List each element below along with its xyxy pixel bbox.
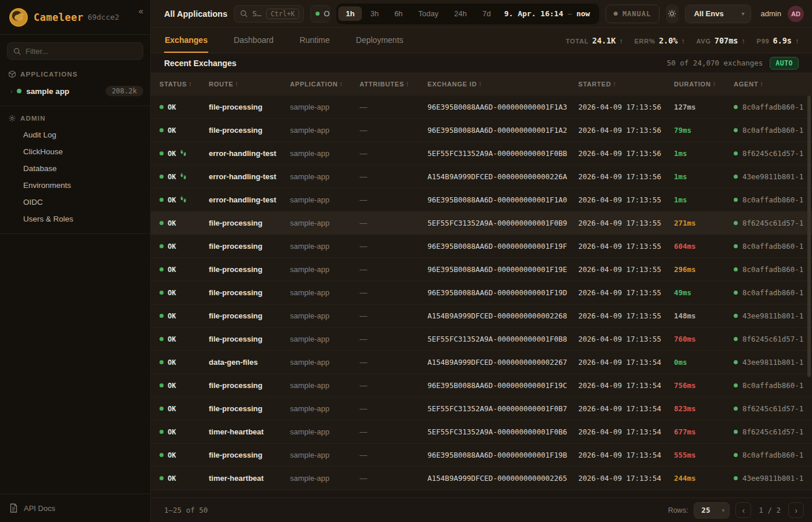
sort-icon: ⁝ bbox=[479, 81, 481, 88]
column-header-attributes[interactable]: ATTRIBUTES⁝ bbox=[360, 81, 427, 88]
sidebar: Cameleer 69dcce2 « Filter... APPLICATION… bbox=[0, 0, 151, 522]
time-range-24h[interactable]: 24h bbox=[447, 6, 474, 21]
table-row[interactable]: OKfile-processingsample-app—A154B9A999DF… bbox=[151, 304, 812, 328]
rows-per-page-select[interactable]: 25 ▾ bbox=[694, 502, 730, 519]
avatar[interactable]: AD bbox=[788, 6, 804, 22]
time-range-today[interactable]: Today bbox=[411, 6, 446, 21]
time-range-6h[interactable]: 6h bbox=[387, 6, 410, 21]
column-header-agent[interactable]: AGENT⁝ bbox=[734, 81, 812, 88]
status-cell: OK bbox=[160, 103, 209, 111]
sidebar-collapse-icon[interactable]: « bbox=[139, 6, 143, 16]
application-cell: sample-app bbox=[290, 288, 360, 297]
live-status-pill[interactable]: O bbox=[310, 5, 330, 23]
tab-deployments[interactable]: Deployments bbox=[356, 28, 404, 53]
table-row[interactable]: OKfile-processingsample-app—96E395B0088A… bbox=[151, 374, 812, 397]
status-cell: OK bbox=[160, 219, 209, 227]
attributes-cell: — bbox=[360, 288, 427, 297]
table-row[interactable]: OKfile-processingsample-app—5EF55FC31352… bbox=[151, 328, 812, 351]
main-content: All Applications S… Ctrl+K O 1h3h6hToday… bbox=[151, 0, 812, 522]
sidebar-item-oidc[interactable]: OIDC bbox=[0, 194, 150, 211]
application-cell: sample-app bbox=[290, 149, 360, 158]
started-cell: 2026-04-09 17:13:55 bbox=[578, 195, 674, 204]
theme-toggle-button[interactable] bbox=[666, 5, 679, 23]
status-label: OK bbox=[168, 126, 176, 135]
table-row[interactable]: OKtimer-heartbeatsample-app—5EF55FC31352… bbox=[151, 420, 812, 444]
agent-status-dot bbox=[734, 383, 738, 387]
global-search-input[interactable]: S… Ctrl+K bbox=[234, 5, 304, 23]
table-row[interactable]: OKerror-handling-testsample-app—5EF55FC3… bbox=[151, 142, 812, 165]
started-cell: 2026-04-09 17:13:55 bbox=[578, 288, 674, 297]
column-header-application[interactable]: APPLICATION⁝ bbox=[290, 81, 360, 88]
agent-status-dot bbox=[734, 291, 738, 295]
table-row[interactable]: OKfile-processingsample-app—96E395B0088A… bbox=[151, 119, 812, 142]
table-row[interactable]: OKfile-processingsample-app—5EF55FC31352… bbox=[151, 397, 812, 420]
sidebar-item-sample-app[interactable]: › sample app 208.2k bbox=[0, 82, 150, 100]
footprints-icon bbox=[180, 150, 187, 157]
status-ok-dot bbox=[160, 407, 164, 411]
time-range-3h[interactable]: 3h bbox=[362, 6, 386, 21]
status-ok-dot bbox=[160, 151, 164, 155]
sidebar-item-users-roles[interactable]: Users & Roles bbox=[0, 211, 150, 227]
manual-refresh-button[interactable]: MANUAL bbox=[606, 5, 659, 23]
table-row[interactable]: OKfile-processingsample-app—96E395B0088A… bbox=[151, 96, 812, 119]
column-header-label: STARTED bbox=[578, 81, 611, 88]
agent-status-dot bbox=[734, 198, 738, 202]
duration-cell: 823ms bbox=[674, 404, 734, 413]
time-range-display[interactable]: 9. Apr. 16:14 – now bbox=[499, 9, 597, 18]
attributes-cell: — bbox=[360, 335, 427, 343]
table-row[interactable]: OKerror-handling-testsample-app—96E395B0… bbox=[151, 188, 812, 212]
chevron-down-icon: ▾ bbox=[742, 10, 745, 17]
sidebar-item-audit-log[interactable]: Audit Log bbox=[0, 126, 150, 143]
env-select[interactable]: All Envs ▾ bbox=[685, 5, 751, 23]
agent-cell: 8c0affadb860-1 bbox=[734, 195, 812, 204]
route-cell: file-processing bbox=[209, 219, 290, 227]
next-page-button[interactable]: › bbox=[788, 502, 804, 518]
agent-cell: 43ee9811b801-1 bbox=[734, 311, 812, 320]
application-cell: sample-app bbox=[290, 451, 360, 459]
duration-cell: 49ms bbox=[674, 288, 734, 297]
agent-status-dot bbox=[734, 430, 738, 434]
sidebar-item-clickhouse[interactable]: ClickHouse bbox=[0, 143, 150, 160]
time-range-7d[interactable]: 7d bbox=[475, 6, 498, 21]
sidebar-filter-input[interactable]: Filter... bbox=[7, 42, 143, 60]
sidebar-item-environments[interactable]: Environments bbox=[0, 177, 150, 194]
table-row[interactable]: OKerror-handling-testsample-app—A154B9A9… bbox=[151, 165, 812, 188]
table-row[interactable]: OKfile-processingsample-app—96E395B0088A… bbox=[151, 235, 812, 258]
table-row[interactable]: OKtimer-heartbeatsample-app—A154B9A999DF… bbox=[151, 467, 812, 490]
prev-page-button[interactable]: ‹ bbox=[735, 502, 751, 518]
exchange-id-cell: 96E395B0088AA6D-000000000001F19C bbox=[427, 381, 578, 390]
rows-per-page-value: 25 bbox=[701, 506, 710, 514]
tab-exchanges[interactable]: Exchanges bbox=[164, 28, 208, 53]
status-cell: OK bbox=[160, 335, 209, 343]
agent-status-dot bbox=[734, 360, 738, 364]
column-header-exchange-id[interactable]: EXCHANGE ID⁝ bbox=[427, 81, 578, 88]
api-docs-label: API Docs bbox=[24, 504, 55, 513]
table-row[interactable]: OKfile-processingsample-app—96E395B0088A… bbox=[151, 281, 812, 304]
sidebar-item-database[interactable]: Database bbox=[0, 160, 150, 177]
column-header-route[interactable]: ROUTE⁝ bbox=[209, 81, 290, 88]
exchange-id-cell: 96E395B0088AA6D-000000000001F19B bbox=[427, 451, 578, 459]
agent-id: 8c0affadb860-1 bbox=[742, 195, 803, 204]
column-header-duration[interactable]: DURATION⁝ bbox=[674, 81, 734, 88]
column-header-started[interactable]: STARTED⁝ bbox=[578, 81, 674, 88]
time-range-1h[interactable]: 1h bbox=[338, 6, 362, 21]
table-title: Recent Exchanges bbox=[164, 59, 237, 68]
chevron-right-icon[interactable]: › bbox=[10, 88, 12, 95]
route-cell: error-handling-test bbox=[209, 149, 290, 158]
auto-refresh-badge[interactable]: AUTO bbox=[770, 57, 799, 70]
sun-icon bbox=[668, 9, 676, 18]
duration-cell: 555ms bbox=[674, 451, 734, 459]
table-row[interactable]: OKfile-processingsample-app—5EF55FC31352… bbox=[151, 212, 812, 235]
column-header-status[interactable]: STATUS⁝ bbox=[160, 81, 209, 88]
scrollbar-thumb[interactable] bbox=[807, 96, 811, 377]
table-row[interactable]: OKdata-gen-filessample-app—A154B9A999DFC… bbox=[151, 351, 812, 374]
tab-runtime[interactable]: Runtime bbox=[299, 28, 330, 53]
sidebar-item-api-docs[interactable]: API Docs bbox=[0, 494, 150, 522]
tab-dashboard[interactable]: Dashboard bbox=[233, 28, 274, 53]
duration-cell: 1ms bbox=[674, 172, 734, 181]
attributes-cell: — bbox=[360, 311, 427, 320]
status-ok-dot bbox=[160, 198, 164, 202]
table-row[interactable]: OKfile-processingsample-app—96E395B0088A… bbox=[151, 258, 812, 281]
agent-status-dot bbox=[734, 453, 738, 457]
table-row[interactable]: OKfile-processingsample-app—96E395B0088A… bbox=[151, 444, 812, 467]
